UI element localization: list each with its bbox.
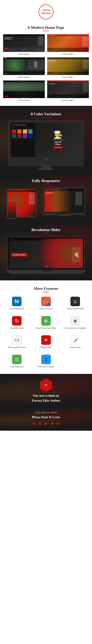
list-item[interactable]: Home Page 4: [47, 57, 89, 78]
list-item[interactable]: Home Page 6: [47, 80, 89, 101]
section-divider: [43, 292, 49, 292]
home-page-2-thumb: Catering Services: [47, 34, 89, 52]
home-page-6-label: Home Page 6: [47, 99, 89, 101]
features-title: More Features: [3, 286, 89, 291]
revolution-slider-section: Revolution Slider Catering Services Revo…: [0, 225, 92, 280]
phone-device: [7, 202, 17, 219]
feature-google: 𝒻 Google Fonts: [61, 334, 89, 350]
home-pages-grid: Home Page 1 Catering Services Home Page …: [3, 34, 89, 101]
home-page-3-thumb: [3, 57, 45, 75]
responsive-title: Fully Responsive: [3, 178, 89, 183]
feature-retina: 👁 Retina Ready: [32, 334, 60, 350]
feature-support-label: Professional Support: [34, 366, 58, 368]
feature-drag-label: Drag & Drop Page Builder: [34, 327, 58, 330]
code-icon: {/}: [12, 335, 22, 345]
color-variations-title: 8 Color Variations: [3, 112, 89, 116]
list-item[interactable]: Home Page 5: [3, 80, 45, 101]
envato-hexagon: ≡: [40, 378, 52, 392]
color-grid: [12, 130, 33, 138]
section-divider: [43, 233, 49, 234]
feature-retina-label: Retina Ready: [34, 346, 58, 349]
retina-icon: 👁: [41, 335, 51, 345]
feature-support: 👤 Professional Support: [32, 353, 60, 370]
section-divider: [43, 31, 49, 31]
feature-revolution: ↻ Revolution Slider: [3, 314, 31, 331]
revolution-title: Revolution Slider: [3, 228, 89, 232]
star-1[interactable]: ★: [32, 421, 36, 426]
color-scheme-label: COLOR SCHEME: [12, 124, 33, 126]
section-divider: [43, 117, 49, 118]
logo-badge: Catering Services: [38, 4, 54, 20]
list-item[interactable]: Home Page 3: [3, 57, 45, 78]
star-2[interactable]: ★: [38, 421, 42, 426]
apple-logo: ⌘: [11, 158, 81, 161]
feature-code-label: Well Organised Codes: [5, 346, 29, 349]
feature-html5: HTML 5 CSS 3 HTML 5 & Css 3: [32, 295, 60, 312]
star-5[interactable]: ★: [56, 421, 60, 426]
feature-drag: ⊕ Drag & Drop Page Builder: [32, 314, 60, 331]
logo-line2: Services: [41, 12, 51, 15]
support-icon: 👤: [41, 355, 51, 364]
section-divider: [43, 184, 49, 184]
revolution-slider-badge: Revolution Slider: [11, 253, 27, 256]
home-pages-section: 6 Modern Home Page: [0, 22, 92, 106]
wordpress-icon: W: [12, 297, 22, 306]
revolution-icon: ↻: [12, 316, 22, 326]
feature-wordpress-label: Latest WordPress: [5, 308, 29, 310]
feature-responsive-label: Fully Responsive: [5, 366, 29, 368]
envato-title: This item is Made by: [3, 394, 89, 398]
home-pages-title: 6 Modern Home Page: [3, 25, 89, 30]
home-page-4-thumb: [47, 57, 89, 75]
stars-row: ★ ★ ★ ★ ★: [3, 421, 89, 426]
feature-unyson-label: Unyson Options Panel: [63, 308, 87, 310]
home-page-1-thumb: [3, 34, 45, 52]
monitor-wrapper: COLOR SCHEME Menu ▸ Items: [9, 120, 83, 170]
feature-code: {/} Well Organised Codes: [3, 334, 31, 350]
feature-google-label: Google Fonts: [63, 346, 87, 349]
home-page-2-label: Home Page 2: [47, 53, 89, 55]
feature-cross: ◉ Cross Browser Compatible: [61, 314, 89, 331]
logo-section: Catering Services: [0, 0, 92, 22]
google-fonts-icon: 𝒻: [70, 335, 80, 345]
features-grid: W Latest WordPress HTML 5 CSS 3 HTML 5 &…: [3, 295, 89, 370]
devices-mockup: [7, 188, 85, 219]
color-variations-section: 8 Color Variations COLOR SCHEME Menu ▸ I…: [0, 106, 92, 176]
laptop-mockup: Catering Services Revolution Slider 🍕: [7, 236, 85, 274]
home-page-6-thumb: [47, 80, 89, 98]
responsive-icon: ⊡: [12, 355, 22, 364]
feature-html5-label: HTML 5 & Css 3: [34, 308, 58, 310]
feature-responsive: ⊡ Fully Responsive: [3, 353, 31, 370]
rate-section: if you like our theme Please Rate It 5 s…: [0, 409, 92, 431]
home-page-5-label: Home Page 5: [3, 99, 45, 101]
feature-cross-label: Cross Browser Compatible: [63, 327, 87, 330]
feature-revolution-label: Revolution Slider: [5, 327, 29, 330]
drag-icon: ⊕: [41, 316, 51, 326]
list-item[interactable]: Catering Services Home Page 2: [47, 34, 89, 55]
star-4[interactable]: ★: [50, 421, 54, 426]
home-page-1-label: Home Page 1: [3, 53, 45, 55]
envato-icon: ≡: [45, 382, 47, 388]
unyson-icon: ∪: [70, 297, 80, 306]
rate-italic: if you like our theme: [3, 411, 89, 414]
list-item[interactable]: Home Page 1: [3, 34, 45, 55]
star-3[interactable]: ★: [43, 421, 49, 426]
feature-wordpress: W Latest WordPress: [3, 295, 31, 312]
desktop-device: [43, 188, 85, 217]
html5-icon: HTML 5 CSS 3: [41, 297, 51, 306]
cross-browser-icon: ◉: [70, 316, 80, 326]
rate-bold: Please Rate It 5 star: [3, 415, 89, 419]
envato-section: ≡ This item is Made by Envato Elite Auth…: [0, 374, 92, 409]
features-section: More Features W Latest WordPress HTML 5 …: [0, 280, 92, 374]
home-page-3-label: Home Page 3: [3, 76, 45, 78]
home-page-4-label: Home Page 4: [47, 76, 89, 78]
feature-unyson: ∪ Unyson Options Panel: [61, 295, 89, 312]
logo-line1: Catering: [41, 9, 51, 12]
responsive-section: Fully Responsive: [0, 176, 92, 225]
home-page-5-thumb: [3, 80, 45, 98]
envato-subtitle: Envato Elite Author: [3, 398, 89, 402]
